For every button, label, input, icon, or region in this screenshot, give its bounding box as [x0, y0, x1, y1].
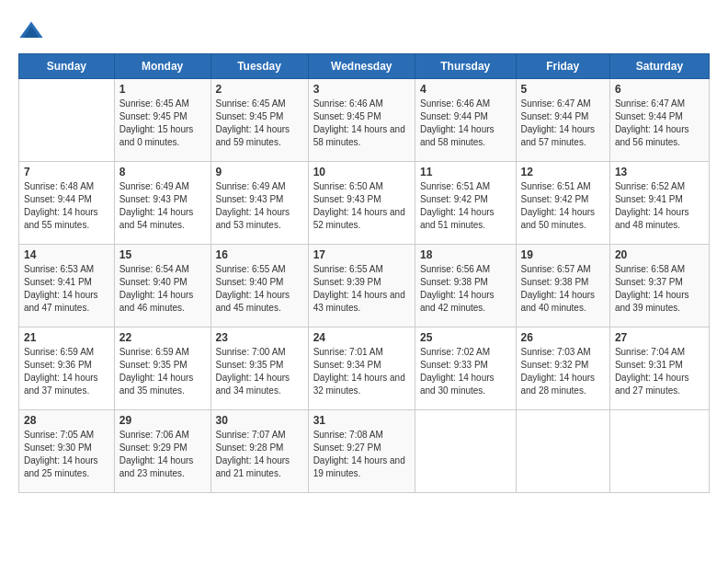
header-saturday: Saturday: [609, 54, 709, 79]
day-info: Sunrise: 6:50 AMSunset: 9:43 PMDaylight:…: [313, 180, 410, 232]
calendar-cell: 2 Sunrise: 6:45 AMSunset: 9:45 PMDayligh…: [210, 79, 308, 162]
day-info: Sunrise: 7:04 AMSunset: 9:31 PMDaylight:…: [615, 346, 704, 397]
week-row-1: 7 Sunrise: 6:48 AMSunset: 9:44 PMDayligh…: [19, 162, 710, 245]
day-info: Sunrise: 7:06 AMSunset: 9:29 PMDaylight:…: [119, 429, 206, 480]
day-number: 25: [420, 331, 511, 344]
day-number: 30: [216, 414, 303, 427]
calendar-cell: 31 Sunrise: 7:08 AMSunset: 9:27 PMDaylig…: [308, 410, 415, 493]
header-friday: Friday: [516, 54, 609, 79]
calendar-cell: 3 Sunrise: 6:46 AMSunset: 9:45 PMDayligh…: [308, 79, 415, 162]
day-number: 9: [216, 166, 303, 178]
day-info: Sunrise: 6:51 AMSunset: 9:42 PMDaylight:…: [420, 180, 511, 232]
day-number: 14: [24, 248, 109, 261]
day-number: 4: [420, 83, 511, 96]
day-number: 1: [119, 83, 206, 96]
header-sunday: Sunday: [19, 54, 115, 79]
logo: [18, 18, 48, 44]
calendar-cell: 20 Sunrise: 6:58 AMSunset: 9:37 PMDaylig…: [609, 245, 709, 327]
calendar-cell: [19, 79, 115, 162]
calendar-cell: 18 Sunrise: 6:56 AMSunset: 9:38 PMDaylig…: [415, 245, 516, 327]
day-info: Sunrise: 6:49 AMSunset: 9:43 PMDaylight:…: [216, 180, 303, 232]
day-info: Sunrise: 7:07 AMSunset: 9:28 PMDaylight:…: [216, 429, 303, 480]
day-number: 23: [216, 331, 303, 344]
day-number: 27: [615, 331, 704, 344]
calendar-cell: 10 Sunrise: 6:50 AMSunset: 9:43 PMDaylig…: [308, 162, 415, 245]
calendar-cell: 13 Sunrise: 6:52 AMSunset: 9:41 PMDaylig…: [609, 162, 709, 245]
day-number: 13: [615, 166, 704, 178]
calendar-cell: [609, 410, 709, 493]
week-row-0: 1 Sunrise: 6:45 AMSunset: 9:45 PMDayligh…: [19, 79, 710, 162]
calendar-cell: [415, 410, 516, 493]
day-number: 21: [24, 331, 109, 344]
day-info: Sunrise: 7:05 AMSunset: 9:30 PMDaylight:…: [24, 429, 109, 480]
day-number: 18: [420, 248, 511, 261]
day-number: 19: [521, 248, 605, 261]
calendar-cell: 30 Sunrise: 7:07 AMSunset: 9:28 PMDaylig…: [210, 410, 308, 493]
header-monday: Monday: [114, 54, 210, 79]
day-info: Sunrise: 6:48 AMSunset: 9:44 PMDaylight:…: [24, 180, 109, 232]
calendar-cell: 24 Sunrise: 7:01 AMSunset: 9:34 PMDaylig…: [308, 327, 415, 410]
header-thursday: Thursday: [415, 54, 516, 79]
header-wednesday: Wednesday: [308, 54, 415, 79]
day-info: Sunrise: 7:03 AMSunset: 9:32 PMDaylight:…: [521, 346, 605, 397]
calendar-cell: 16 Sunrise: 6:55 AMSunset: 9:40 PMDaylig…: [210, 245, 308, 327]
day-number: 12: [521, 166, 605, 178]
calendar-cell: 8 Sunrise: 6:49 AMSunset: 9:43 PMDayligh…: [114, 162, 210, 245]
calendar-cell: 29 Sunrise: 7:06 AMSunset: 9:29 PMDaylig…: [114, 410, 210, 493]
calendar-cell: 19 Sunrise: 6:57 AMSunset: 9:38 PMDaylig…: [516, 245, 609, 327]
calendar-table: Sunday Monday Tuesday Wednesday Thursday…: [18, 53, 710, 493]
calendar-cell: 7 Sunrise: 6:48 AMSunset: 9:44 PMDayligh…: [19, 162, 115, 245]
day-info: Sunrise: 6:56 AMSunset: 9:38 PMDaylight:…: [420, 263, 511, 315]
calendar-cell: 14 Sunrise: 6:53 AMSunset: 9:41 PMDaylig…: [19, 245, 115, 327]
day-info: Sunrise: 6:57 AMSunset: 9:38 PMDaylight:…: [521, 263, 605, 315]
calendar-cell: 6 Sunrise: 6:47 AMSunset: 9:44 PMDayligh…: [609, 79, 709, 162]
day-info: Sunrise: 6:59 AMSunset: 9:36 PMDaylight:…: [24, 346, 109, 397]
day-number: 24: [313, 331, 410, 344]
day-number: 31: [313, 414, 410, 427]
week-row-4: 28 Sunrise: 7:05 AMSunset: 9:30 PMDaylig…: [19, 410, 710, 493]
day-number: 26: [521, 331, 605, 344]
day-info: Sunrise: 6:55 AMSunset: 9:40 PMDaylight:…: [216, 263, 303, 315]
header-row: Sunday Monday Tuesday Wednesday Thursday…: [19, 54, 710, 79]
calendar-cell: 21 Sunrise: 6:59 AMSunset: 9:36 PMDaylig…: [19, 327, 115, 410]
day-number: 5: [521, 83, 605, 96]
day-number: 15: [119, 248, 206, 261]
calendar-cell: 15 Sunrise: 6:54 AMSunset: 9:40 PMDaylig…: [114, 245, 210, 327]
day-info: Sunrise: 6:53 AMSunset: 9:41 PMDaylight:…: [24, 263, 109, 315]
calendar-cell: 26 Sunrise: 7:03 AMSunset: 9:32 PMDaylig…: [516, 327, 609, 410]
day-number: 7: [24, 166, 109, 178]
day-number: 6: [615, 83, 704, 96]
calendar-cell: 11 Sunrise: 6:51 AMSunset: 9:42 PMDaylig…: [415, 162, 516, 245]
calendar-cell: 9 Sunrise: 6:49 AMSunset: 9:43 PMDayligh…: [210, 162, 308, 245]
logo-icon: [18, 18, 44, 44]
day-info: Sunrise: 6:58 AMSunset: 9:37 PMDaylight:…: [615, 263, 704, 315]
calendar-cell: 1 Sunrise: 6:45 AMSunset: 9:45 PMDayligh…: [114, 79, 210, 162]
day-number: 10: [313, 166, 410, 178]
day-info: Sunrise: 6:55 AMSunset: 9:39 PMDaylight:…: [313, 263, 410, 315]
day-info: Sunrise: 6:54 AMSunset: 9:40 PMDaylight:…: [119, 263, 206, 315]
day-info: Sunrise: 6:59 AMSunset: 9:35 PMDaylight:…: [119, 346, 206, 397]
calendar-cell: 25 Sunrise: 7:02 AMSunset: 9:33 PMDaylig…: [415, 327, 516, 410]
day-info: Sunrise: 6:46 AMSunset: 9:44 PMDaylight:…: [420, 98, 511, 149]
calendar-cell: 5 Sunrise: 6:47 AMSunset: 9:44 PMDayligh…: [516, 79, 609, 162]
calendar-cell: 17 Sunrise: 6:55 AMSunset: 9:39 PMDaylig…: [308, 245, 415, 327]
day-number: 2: [216, 83, 303, 96]
week-row-3: 21 Sunrise: 6:59 AMSunset: 9:36 PMDaylig…: [19, 327, 710, 410]
header: [18, 18, 710, 44]
day-number: 8: [119, 166, 206, 178]
day-info: Sunrise: 7:00 AMSunset: 9:35 PMDaylight:…: [216, 346, 303, 397]
day-info: Sunrise: 6:45 AMSunset: 9:45 PMDaylight:…: [119, 98, 206, 149]
calendar-cell: 23 Sunrise: 7:00 AMSunset: 9:35 PMDaylig…: [210, 327, 308, 410]
calendar-cell: 12 Sunrise: 6:51 AMSunset: 9:42 PMDaylig…: [516, 162, 609, 245]
day-info: Sunrise: 6:46 AMSunset: 9:45 PMDaylight:…: [313, 98, 410, 149]
day-info: Sunrise: 6:47 AMSunset: 9:44 PMDaylight:…: [615, 98, 704, 149]
day-number: 17: [313, 248, 410, 261]
week-row-2: 14 Sunrise: 6:53 AMSunset: 9:41 PMDaylig…: [19, 245, 710, 327]
day-number: 29: [119, 414, 206, 427]
day-info: Sunrise: 6:52 AMSunset: 9:41 PMDaylight:…: [615, 180, 704, 232]
day-number: 20: [615, 248, 704, 261]
calendar-cell: 22 Sunrise: 6:59 AMSunset: 9:35 PMDaylig…: [114, 327, 210, 410]
calendar-cell: 28 Sunrise: 7:05 AMSunset: 9:30 PMDaylig…: [19, 410, 115, 493]
day-info: Sunrise: 6:45 AMSunset: 9:45 PMDaylight:…: [216, 98, 303, 149]
day-number: 3: [313, 83, 410, 96]
